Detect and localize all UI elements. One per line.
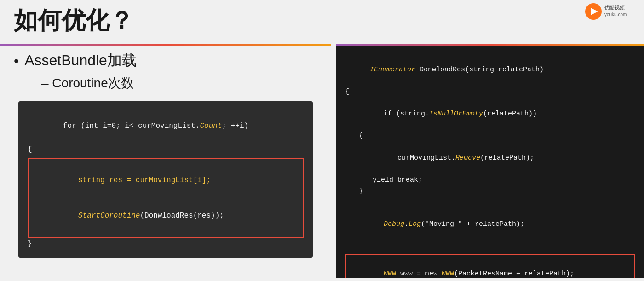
logo-icon: 优酷视频 youku.com: [584, 2, 639, 21]
svg-text:优酷视频: 优酷视频: [604, 5, 625, 10]
slide-container: 优酷视频 youku.com 如何优化？ • AssetBundle加载 Cor…: [0, 0, 644, 281]
code-line-brace-open: {: [28, 144, 304, 156]
code-line-brace-close: }: [28, 238, 304, 250]
code-right-debug-log: Debug.Log("Moving " + relatePath);: [359, 208, 635, 241]
slide-title: 如何优化？: [14, 5, 133, 37]
code-line-for: for (int i=0; i< curMovingList.Count; ++…: [28, 109, 304, 144]
code-right-empty1: [345, 197, 635, 208]
code-right-brace-open: {: [345, 86, 635, 97]
svg-text:youku.com: youku.com: [604, 12, 627, 17]
code-right-line7: }: [359, 186, 635, 197]
code-right-yield-break: yield break;: [373, 175, 635, 186]
code-block-right: IEnumerator DonwloadRes(string relatePat…: [336, 46, 644, 278]
code-right-line3: if (string.IsNullOrEmpty(relatePath)): [359, 97, 635, 131]
code-line-string-res: string res = curMovingList[i];: [34, 163, 297, 198]
left-content: • AssetBundle加载 Coroutine次数 for (int i=0…: [14, 51, 327, 258]
code-right-line5: curMovingList.Remove(relatePath);: [373, 142, 635, 175]
bullet-text-1: AssetBundle加载: [24, 51, 137, 71]
code-right-line1: IEnumerator DonwloadRes(string relatePat…: [345, 53, 635, 86]
code-right-www-new: WWW www = new WWW(PacketResName + relate…: [351, 258, 629, 278]
code-right-highlighted-www: WWW www = new WWW(PacketResName + relate…: [345, 254, 635, 278]
sub-bullet-1: Coroutine次数: [41, 75, 327, 92]
top-accent-line: [0, 44, 331, 46]
code-right-line4: {: [359, 131, 635, 142]
code-block-left: for (int i=0; i< curMovingList.Count; ++…: [18, 101, 313, 258]
code-right-empty2: [345, 241, 635, 252]
right-accent-line: [336, 44, 644, 46]
code-line-start-coroutine: StartCoroutine(DonwloadRes(res));: [34, 198, 297, 234]
code-inner-highlighted-box: string res = curMovingList[i]; StartCoro…: [28, 158, 304, 238]
logo-area: 优酷视频 youku.com: [552, 0, 644, 23]
bullet-dot: •: [14, 52, 19, 69]
bullet-item-1: • AssetBundle加载: [14, 51, 327, 71]
